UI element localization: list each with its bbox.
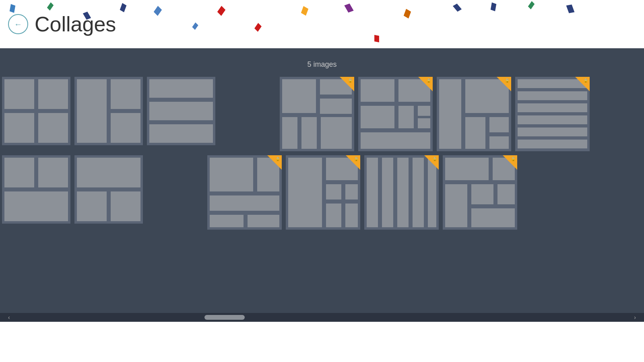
svg-rect-5 <box>111 79 140 109</box>
confetti-diamond <box>404 9 411 19</box>
svg-rect-40 <box>210 158 253 191</box>
svg-rect-33 <box>518 140 587 148</box>
svg-rect-14 <box>301 117 317 149</box>
svg-rect-44 <box>248 215 279 227</box>
collage-grid: 🔒 🔒 <box>0 77 644 230</box>
svg-rect-47 <box>326 184 341 200</box>
svg-rect-59 <box>471 184 493 204</box>
collage-row-1: 🔒 🔒 <box>0 77 644 151</box>
confetti-diamond <box>47 2 54 10</box>
images-count-label: 5 images <box>307 60 336 69</box>
collage-card-5[interactable]: 🔒 <box>358 77 433 151</box>
svg-rect-26 <box>489 117 509 132</box>
back-icon: ← <box>14 20 22 29</box>
svg-rect-56 <box>445 158 489 180</box>
svg-rect-9 <box>149 124 213 143</box>
confetti-diamond <box>120 3 127 12</box>
collage-card-11[interactable]: 🔒 <box>286 155 360 230</box>
scroll-thumb[interactable] <box>204 315 245 320</box>
svg-rect-48 <box>345 184 358 200</box>
confetti-diamond <box>10 4 15 13</box>
collage-card-2[interactable] <box>74 77 143 145</box>
back-button[interactable]: ← <box>8 14 28 34</box>
svg-rect-31 <box>518 115 587 124</box>
svg-rect-54 <box>413 158 424 227</box>
svg-rect-58 <box>445 184 467 227</box>
svg-rect-42 <box>210 195 279 211</box>
collage-card-9[interactable] <box>74 155 143 224</box>
confetti-diamond <box>566 4 575 13</box>
svg-rect-2 <box>4 113 34 143</box>
svg-rect-6 <box>111 113 140 143</box>
svg-rect-55 <box>428 158 436 227</box>
svg-rect-45 <box>288 158 322 227</box>
svg-rect-36 <box>4 191 68 221</box>
svg-rect-7 <box>149 79 213 98</box>
svg-rect-23 <box>439 79 461 149</box>
collage-card-7[interactable]: 🔒 <box>515 77 590 151</box>
scrollbar: ‹ › <box>0 313 644 322</box>
collage-card-3[interactable] <box>147 77 215 145</box>
collage-card-13[interactable]: 🔒 <box>443 155 517 230</box>
svg-rect-27 <box>489 136 509 149</box>
svg-rect-18 <box>361 106 394 128</box>
svg-rect-39 <box>111 191 140 221</box>
svg-rect-34 <box>4 158 34 187</box>
svg-rect-43 <box>210 215 244 227</box>
scroll-left-button[interactable]: ‹ <box>8 314 10 321</box>
svg-rect-53 <box>397 158 409 227</box>
svg-rect-60 <box>497 184 515 204</box>
svg-rect-32 <box>518 128 587 136</box>
collage-card-1[interactable] <box>2 77 70 145</box>
confetti-diamond <box>192 23 198 30</box>
confetti-diamond <box>301 6 308 16</box>
svg-rect-22 <box>361 132 430 149</box>
confetti-diamond <box>374 35 379 42</box>
collage-row-2: 🔒 🔒 <box>0 155 644 230</box>
svg-rect-12 <box>320 99 352 114</box>
svg-rect-0 <box>4 79 34 109</box>
svg-rect-37 <box>77 158 140 187</box>
svg-rect-3 <box>38 113 68 143</box>
confetti-diamond <box>344 4 353 12</box>
collage-card-4[interactable]: 🔒 <box>280 77 354 151</box>
svg-rect-25 <box>465 117 485 149</box>
svg-rect-20 <box>418 106 430 116</box>
header: ← Collages <box>0 0 644 48</box>
svg-rect-4 <box>77 79 107 143</box>
svg-rect-21 <box>418 118 430 128</box>
svg-rect-35 <box>38 158 68 187</box>
svg-rect-50 <box>345 204 358 227</box>
svg-rect-8 <box>149 102 213 120</box>
svg-rect-10 <box>282 79 316 113</box>
svg-rect-28 <box>518 79 587 88</box>
scroll-right-button[interactable]: › <box>634 314 636 321</box>
confetti-diamond <box>154 6 162 16</box>
svg-rect-13 <box>282 117 297 149</box>
svg-rect-1 <box>38 79 68 109</box>
main-content: 5 images <box>0 48 644 322</box>
svg-rect-38 <box>77 191 107 221</box>
svg-rect-24 <box>465 79 509 113</box>
svg-rect-30 <box>518 103 587 112</box>
svg-rect-19 <box>398 106 414 128</box>
svg-rect-61 <box>471 208 515 227</box>
collage-card-6[interactable]: 🔒 <box>437 77 511 151</box>
svg-rect-16 <box>361 79 394 102</box>
collage-card-10[interactable]: 🔒 <box>207 155 282 230</box>
confetti-diamond <box>491 2 496 11</box>
confetti-diamond <box>453 4 462 12</box>
collage-card-8[interactable] <box>2 155 70 224</box>
confetti-diamond <box>217 6 225 16</box>
confetti-diamond <box>254 23 262 32</box>
svg-rect-51 <box>367 158 378 227</box>
svg-rect-52 <box>382 158 393 227</box>
svg-rect-49 <box>326 204 341 227</box>
svg-rect-29 <box>518 91 587 100</box>
svg-rect-15 <box>321 117 352 149</box>
confetti-diamond <box>528 1 535 9</box>
collage-card-12[interactable]: 🔒 <box>364 155 439 230</box>
page-title: Collages <box>35 12 116 36</box>
